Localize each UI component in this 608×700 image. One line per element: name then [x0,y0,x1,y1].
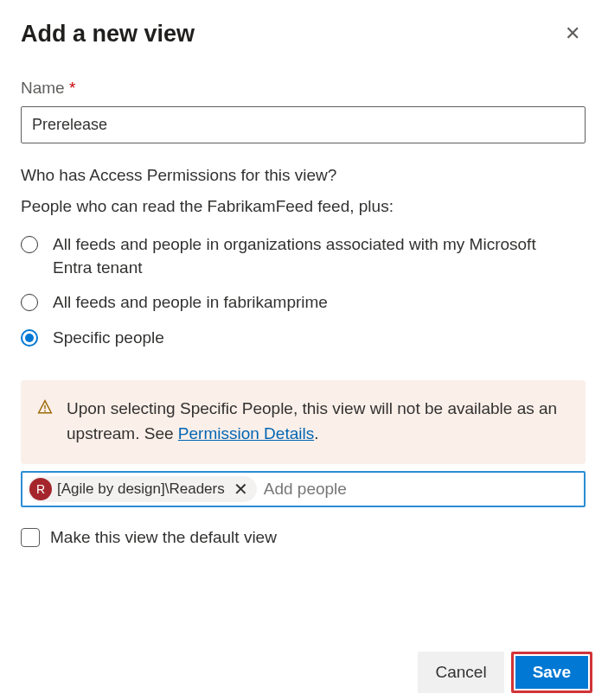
notice-banner: Upon selecting Specific People, this vie… [21,380,586,464]
close-icon: ✕ [565,22,580,44]
name-input[interactable] [21,106,586,143]
dialog-footer: Cancel Save [418,652,592,693]
checkbox-label: Make this view the default view [50,528,277,547]
radio-label: All feeds and people in organizations as… [53,233,537,279]
radio-icon [21,236,38,253]
avatar-icon: R [29,478,52,500]
radio-option-specific[interactable]: Specific people [21,327,587,350]
radio-option-entra[interactable]: All feeds and people in organizations as… [21,233,587,279]
name-label-text: Name [21,79,65,97]
dialog-title: Add a new view [21,21,195,48]
permissions-radio-group: All feeds and people in organizations as… [21,233,587,349]
svg-point-1 [44,410,46,412]
radio-option-org[interactable]: All feeds and people in fabrikamprime [21,291,587,315]
checkbox-icon [21,528,40,547]
people-chip: R [Agile by design]\Readers ✕ [28,476,257,502]
default-view-checkbox[interactable]: Make this view the default view [21,528,587,547]
radio-icon [21,294,38,311]
chip-label: [Agile by design]\Readers [57,480,225,498]
save-button[interactable]: Save [515,656,588,689]
name-field-label: Name * [21,79,587,98]
required-asterisk: * [69,79,75,97]
add-people-input[interactable] [262,476,579,502]
permissions-subtitle: People who can read the FabrikamFeed fee… [21,197,587,216]
radio-label: Specific people [53,327,164,350]
permissions-question: Who has Access Permissions for this view… [21,166,587,185]
notice-suffix: . [314,424,318,442]
chip-remove-icon[interactable]: ✕ [230,480,252,498]
radio-label: All feeds and people in fabrikamprime [53,291,328,315]
cancel-button[interactable]: Cancel [418,652,503,693]
radio-icon-selected [21,329,38,347]
save-button-highlight: Save [511,652,592,693]
permission-details-link[interactable]: Permission Details [178,424,314,442]
warning-icon [37,399,53,446]
people-picker[interactable]: R [Agile by design]\Readers ✕ [21,471,586,507]
close-button[interactable]: ✕ [558,21,587,47]
